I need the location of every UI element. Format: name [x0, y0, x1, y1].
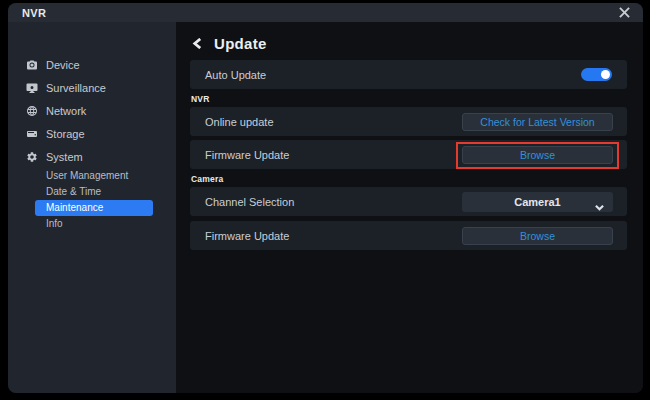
- nvr-firmware-update-label: Firmware Update: [205, 149, 289, 161]
- nvr-section-label: NVR: [191, 94, 627, 104]
- chevron-down-icon: [595, 198, 604, 207]
- nvr-browse-button[interactable]: Browse: [462, 146, 613, 164]
- sidebar: Device Surveillance Network Storage: [8, 22, 176, 393]
- sidebar-item-network[interactable]: Network: [8, 99, 176, 122]
- channel-selected-value: Camera1: [514, 196, 560, 208]
- gear-icon: [26, 151, 38, 163]
- nvr-window: NVR Device Surveillance N: [8, 3, 643, 393]
- check-latest-version-button[interactable]: Check for Latest Version: [462, 113, 613, 131]
- sidebar-item-maintenance[interactable]: Maintenance: [35, 200, 153, 216]
- window-title: NVR: [22, 7, 46, 19]
- page-header: Update: [192, 33, 627, 54]
- camera-firmware-update-label: Firmware Update: [205, 230, 289, 242]
- globe-icon: [26, 105, 38, 117]
- sidebar-item-storage[interactable]: Storage: [8, 122, 176, 145]
- camera-icon: [26, 59, 38, 71]
- back-chevron-icon[interactable]: [192, 37, 206, 51]
- sidebar-item-label: Device: [46, 59, 80, 71]
- sidebar-item-label: Network: [46, 105, 86, 117]
- camera-section-label: Camera: [191, 174, 627, 184]
- sidebar-item-label: System: [46, 151, 83, 163]
- online-update-row: Online update Check for Latest Version: [190, 107, 627, 136]
- toggle-knob: [601, 70, 610, 79]
- auto-update-label: Auto Update: [205, 69, 266, 81]
- channel-selection-label: Channel Selection: [205, 196, 294, 208]
- auto-update-toggle[interactable]: [581, 68, 612, 81]
- close-icon[interactable]: [617, 6, 631, 20]
- camera-browse-button[interactable]: Browse: [462, 227, 613, 245]
- hard-drive-icon: [26, 128, 38, 140]
- sidebar-item-user-management[interactable]: User Management: [35, 168, 153, 184]
- sidebar-item-device[interactable]: Device: [8, 53, 176, 76]
- channel-selection-row: Channel Selection Camera1: [190, 187, 627, 216]
- channel-selection-dropdown[interactable]: Camera1: [462, 192, 613, 212]
- page-title: Update: [214, 35, 267, 52]
- sidebar-item-date-time[interactable]: Date & Time: [35, 184, 153, 200]
- auto-update-row: Auto Update: [190, 60, 627, 89]
- sidebar-item-surveillance[interactable]: Surveillance: [8, 76, 176, 99]
- sidebar-item-label: Storage: [46, 128, 85, 140]
- monitor-icon: [26, 82, 38, 94]
- main-panel: Update Auto Update NVR Online update Che…: [176, 22, 643, 393]
- camera-firmware-update-row: Firmware Update Browse: [190, 221, 627, 250]
- title-bar: NVR: [8, 3, 643, 22]
- sidebar-item-system[interactable]: System: [8, 145, 176, 168]
- sidebar-item-info[interactable]: Info: [35, 216, 153, 232]
- sidebar-item-label: Surveillance: [46, 82, 106, 94]
- nvr-firmware-update-row: Firmware Update Browse: [190, 140, 627, 169]
- online-update-label: Online update: [205, 116, 274, 128]
